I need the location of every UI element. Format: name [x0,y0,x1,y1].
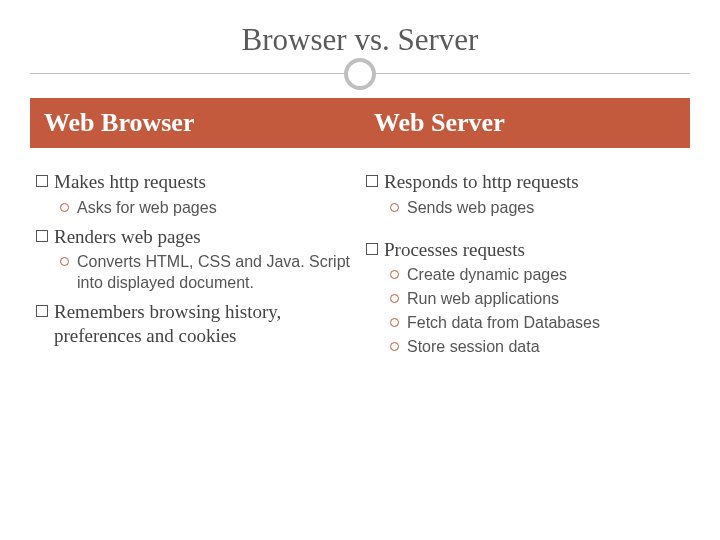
list-subitem: Store session data [390,337,680,358]
circle-bullet-icon [60,257,69,266]
circle-bullet-icon [390,270,399,279]
list-item: Renders web pages [36,225,350,249]
list-item-text: Remembers browsing history, preferences … [54,300,350,348]
content-columns: Makes http requests Asks for web pages R… [30,160,690,364]
circle-bullet-icon [390,203,399,212]
list-subitem-text: Sends web pages [407,198,534,219]
checkbox-icon [366,175,378,187]
list-item: Makes http requests [36,170,350,194]
left-column: Makes http requests Asks for web pages R… [30,160,360,364]
list-item-text: Processes requests [384,238,525,262]
list-subitem: Create dynamic pages [390,265,680,286]
right-column: Responds to http requests Sends web page… [360,160,690,364]
checkbox-icon [36,175,48,187]
list-item-text: Renders web pages [54,225,201,249]
list-subitem-text: Run web applications [407,289,559,310]
slide-title: Browser vs. Server [0,22,720,58]
list-item-text: Makes http requests [54,170,206,194]
list-subitem: Run web applications [390,289,680,310]
list-item-text: Responds to http requests [384,170,579,194]
list-subitem: Converts HTML, CSS and Java. Script into… [60,252,350,294]
list-subitem: Asks for web pages [60,198,350,219]
list-subitem-text: Fetch data from Databases [407,313,600,334]
circle-bullet-icon [390,342,399,351]
checkbox-icon [36,230,48,242]
slide: Browser vs. Server Web Browser Web Serve… [0,0,720,540]
list-subitem-text: Asks for web pages [77,198,217,219]
list-subitem: Sends web pages [390,198,680,219]
left-column-heading: Web Browser [30,98,360,148]
list-subitem: Fetch data from Databases [390,313,680,334]
right-column-heading: Web Server [360,98,690,148]
title-ornament-circle [344,58,376,90]
circle-bullet-icon [390,294,399,303]
list-item: Processes requests [366,238,680,262]
column-headers: Web Browser Web Server [30,98,690,148]
checkbox-icon [366,243,378,255]
spacer [366,222,680,232]
list-subitem-text: Converts HTML, CSS and Java. Script into… [77,252,350,294]
circle-bullet-icon [390,318,399,327]
list-item: Remembers browsing history, preferences … [36,300,350,348]
list-subitem-text: Create dynamic pages [407,265,567,286]
title-area: Browser vs. Server [0,0,720,86]
list-item: Responds to http requests [366,170,680,194]
checkbox-icon [36,305,48,317]
list-subitem-text: Store session data [407,337,540,358]
circle-bullet-icon [60,203,69,212]
